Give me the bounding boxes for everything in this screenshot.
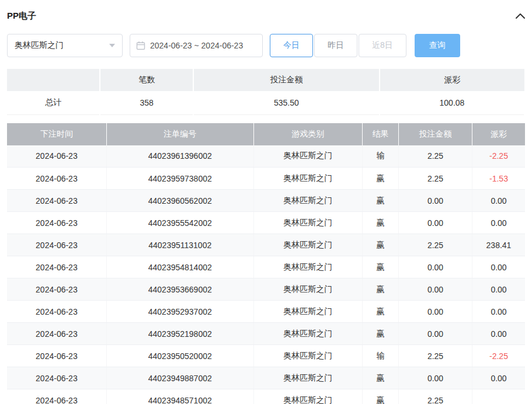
table-cell: 2024-06-23 [7,367,106,389]
table-cell: 44023953669002 [106,278,253,301]
table-row: 2024-06-2344023949887002奥林匹斯之门赢0.000.00 [7,367,525,389]
date-range-value: 2024-06-23 ~ 2024-06-23 [150,41,243,50]
table-cell: 0.00 [399,212,472,234]
table-cell: 44023949887002 [106,367,253,389]
table-cell: 44023948571002 [106,389,253,404]
search-button[interactable]: 查询 [415,34,460,57]
table-row: 2024-06-2344023961396002奥林匹斯之门输2.25-2.25 [7,145,525,168]
table-cell: 44023954814002 [106,256,253,278]
last-8-days-button[interactable]: 近8日 [359,34,406,57]
table-cell: 0.00 [472,278,526,301]
table-row: 2024-06-2344023952937002奥林匹斯之门赢0.000.00 [7,301,525,323]
table-cell: -1.53 [472,168,526,190]
column-header: 派彩 [472,123,526,145]
summary-header-row: 笔数 投注金额 派彩 [7,69,524,91]
table-row: 2024-06-2344023959738002奥林匹斯之门赢2.25-1.53 [7,168,525,190]
column-header: 结果 [362,123,398,145]
summary-total-label: 总计 [7,91,100,114]
table-cell: 赢 [362,323,398,345]
table-cell: 2024-06-23 [7,323,106,345]
bet-table-body: 2024-06-2344023961396002奥林匹斯之门输2.25-2.25… [7,145,525,404]
summary-header-bet-amount: 投注金额 [193,69,380,91]
table-cell: 238.41 [472,234,526,256]
table-cell: 0.00 [472,256,526,278]
game-select-value: 奥林匹斯之门 [15,40,64,51]
table-row: 2024-06-2344023954814002奥林匹斯之门赢0.000.00 [7,256,525,278]
table-cell: 2024-06-23 [7,301,106,323]
table-row: 2024-06-2344023955542002奥林匹斯之门赢0.000.00 [7,212,525,234]
yesterday-button[interactable]: 昨日 [314,34,357,57]
table-cell: 赢 [362,256,398,278]
table-cell: 0.00 [472,323,526,345]
table-row: 2024-06-2344023952198002奥林匹斯之门赢0.000.00 [7,323,525,345]
bet-table-header-row: 下注时间注单编号游戏类别结果投注金额派彩 [7,123,525,145]
table-cell: 2024-06-23 [7,389,106,404]
game-select[interactable]: 奥林匹斯之门 [7,34,123,57]
table-cell: 奥林匹斯之门 [253,212,362,234]
table-cell: 0.00 [472,190,526,212]
table-cell: 赢 [362,367,398,389]
table-cell: 2.25 [399,234,472,256]
table-cell: -2.25 [472,345,526,367]
panel-header: PP电子 [7,4,525,28]
date-range-input[interactable]: 2024-06-23 ~ 2024-06-23 [130,34,263,57]
summary-header-count: 笔数 [100,69,193,91]
table-cell: 赢 [362,190,398,212]
table-cell: 奥林匹斯之门 [253,301,362,323]
bet-records-table: 下注时间注单编号游戏类别结果投注金额派彩 2024-06-23440239613… [7,123,525,404]
today-button[interactable]: 今日 [270,34,313,57]
column-header: 游戏类别 [253,123,362,145]
summary-header-blank [7,69,100,91]
table-cell: 2.25 [399,389,472,404]
table-cell: 44023955542002 [106,212,253,234]
table-cell: 奥林匹斯之门 [253,168,362,190]
table-cell: 奥林匹斯之门 [253,190,362,212]
table-cell: 44023952198002 [106,323,253,345]
table-cell: 2.25 [399,145,472,168]
chevron-up-icon[interactable] [516,13,525,19]
table-cell: 0.00 [472,212,526,234]
table-cell: 2024-06-23 [7,190,106,212]
table-row: 2024-06-2344023953669002奥林匹斯之门赢0.000.00 [7,278,525,301]
summary-payout-value: 100.08 [380,91,524,114]
table-cell [472,389,526,404]
table-cell: 2024-06-23 [7,212,106,234]
table-row: 2024-06-2344023948571002奥林匹斯之门赢2.25 [7,389,525,404]
table-cell: 44023951131002 [106,234,253,256]
table-cell: 2024-06-23 [7,256,106,278]
table-row: 2024-06-2344023951131002奥林匹斯之门赢2.25238.4… [7,234,525,256]
table-cell: 奥林匹斯之门 [253,256,362,278]
summary-bet-amount-value: 535.50 [193,91,380,114]
summary-header-payout: 派彩 [380,69,524,91]
table-row: 2024-06-2344023960562002奥林匹斯之门赢0.000.00 [7,190,525,212]
table-cell: 44023950520002 [106,345,253,367]
table-cell: 44023961396002 [106,145,253,168]
table-cell: 0.00 [399,367,472,389]
table-cell: 0.00 [399,256,472,278]
table-cell: 0.00 [399,190,472,212]
table-cell: 0.00 [472,367,526,389]
table-cell: 输 [362,145,398,168]
table-cell: 赢 [362,278,398,301]
table-cell: 44023960562002 [106,190,253,212]
column-header: 下注时间 [7,123,106,145]
calendar-icon [136,41,145,50]
quick-date-buttons: 今日 昨日 近8日 [270,34,408,57]
table-cell: 2024-06-23 [7,168,106,190]
table-cell: 奥林匹斯之门 [253,367,362,389]
column-header: 注单编号 [106,123,253,145]
table-cell: 44023959738002 [106,168,253,190]
summary-count-value: 358 [100,91,193,114]
table-cell: 0.00 [399,278,472,301]
table-cell: -2.25 [472,145,526,168]
table-cell: 0.00 [399,323,472,345]
table-cell: 2024-06-23 [7,145,106,168]
table-cell: 2024-06-23 [7,234,106,256]
table-cell: 2.25 [399,345,472,367]
table-cell: 赢 [362,234,398,256]
summary-total-row: 总计 358 535.50 100.08 [7,91,524,114]
table-cell: 0.00 [472,301,526,323]
table-cell: 奥林匹斯之门 [253,145,362,168]
table-cell: 0.00 [399,301,472,323]
table-cell: 奥林匹斯之门 [253,389,362,404]
